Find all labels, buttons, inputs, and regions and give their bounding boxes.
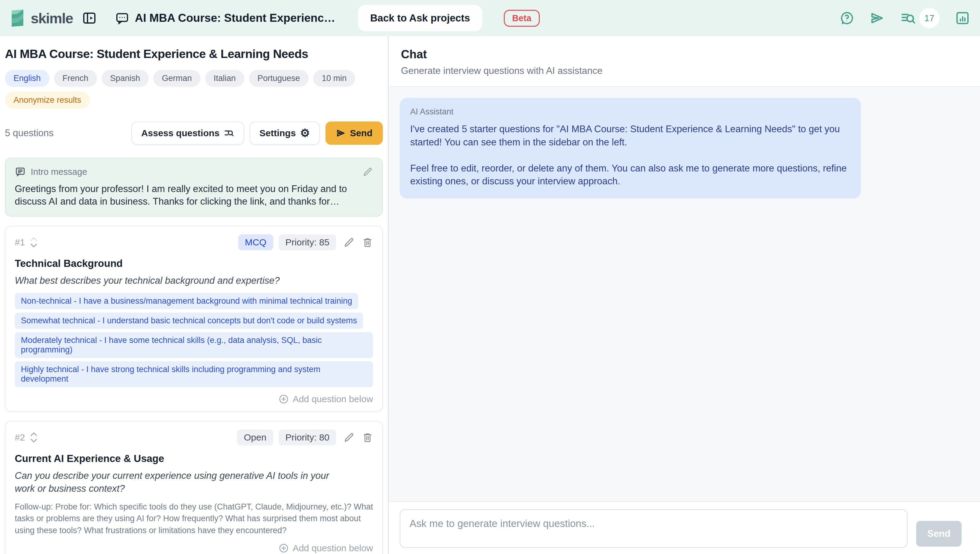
plus-circle-icon xyxy=(278,543,289,553)
add-question-below-button[interactable]: Add question below xyxy=(15,394,373,404)
actions-buttons: Assess questions Settings ⚙ xyxy=(131,121,383,145)
chip-spanish[interactable]: Spanish xyxy=(102,70,149,87)
send-survey-button[interactable]: Send xyxy=(326,121,383,145)
mcq-option: Highly technical - I have strong technic… xyxy=(15,361,373,387)
intro-label: Intro message xyxy=(31,167,87,177)
chat-bubble-icon xyxy=(115,11,129,25)
message-doc-icon xyxy=(15,166,26,177)
top-header: skimle AI MBA Course: Student Experienc… xyxy=(0,0,980,36)
chat-panel: Chat Generate interview questions with A… xyxy=(389,36,980,554)
page-title: AI MBA Course: Student Experience & Lear… xyxy=(5,47,383,61)
brand: skimle xyxy=(10,9,73,28)
edit-question-icon[interactable] xyxy=(343,237,354,248)
anonymize-chip: Anonymize results xyxy=(5,92,90,108)
question-text: Can you describe your current experience… xyxy=(15,469,346,496)
header-actions: 17 xyxy=(840,8,970,28)
mcq-option: Somewhat technical - I understand basic … xyxy=(15,313,363,329)
chip-portuguese[interactable]: Portuguese xyxy=(249,70,308,87)
ai-message-paragraph: I've created 5 starter questions for "AI… xyxy=(410,123,851,149)
mcq-option: Non-technical - I have a business/manage… xyxy=(15,293,358,309)
chat-title: Chat xyxy=(401,48,968,61)
add-question-label: Add question below xyxy=(292,543,373,553)
help-icon[interactable] xyxy=(840,11,854,25)
add-question-label: Add question below xyxy=(292,394,373,404)
beta-badge: Beta xyxy=(504,10,540,27)
skimle-logo-icon xyxy=(10,9,26,28)
chat-input-bar: Send xyxy=(389,501,980,554)
question-type-badge: Open xyxy=(237,430,273,446)
send-plane-small-icon xyxy=(336,128,346,138)
send-label: Send xyxy=(350,128,372,138)
back-to-projects-button[interactable]: Back to Ask projects xyxy=(358,5,482,31)
chip-italian[interactable]: Italian xyxy=(205,70,244,87)
results-chart-icon[interactable] xyxy=(955,10,970,26)
question-card-1: #1 MCQ Priority: 85 xyxy=(5,226,383,412)
chat-subtitle: Generate interview questions with AI ass… xyxy=(401,65,968,76)
question-card-2: #2 Open Priority: 80 xyxy=(5,421,383,554)
questions-panel: AI MBA Course: Student Experience & Lear… xyxy=(0,36,389,554)
question-title: Current AI Experience & Usage xyxy=(15,453,373,465)
assess-questions-button[interactable]: Assess questions xyxy=(131,121,244,145)
intro-message-card: Intro message Greetings from your profes… xyxy=(5,158,383,217)
chip-duration: 10 min xyxy=(313,70,355,87)
project-title: AI MBA Course: Student Experienc… xyxy=(135,12,335,24)
followup-text: Follow-up: Probe for: Which specific too… xyxy=(15,501,373,536)
edit-question-icon[interactable] xyxy=(343,432,354,443)
plus-circle-icon xyxy=(278,394,289,404)
main-area: AI MBA Course: Student Experience & Lear… xyxy=(0,36,980,554)
assess-search-icon xyxy=(224,128,234,138)
intro-edit-icon[interactable] xyxy=(362,167,373,177)
sidebar-toggle-icon[interactable] xyxy=(82,11,97,25)
question-1-badges: MCQ Priority: 85 xyxy=(238,234,373,250)
chat-messages-area: AI Assistant I've created 5 starter ques… xyxy=(389,86,980,501)
chip-french[interactable]: French xyxy=(54,70,97,87)
chat-input[interactable] xyxy=(400,509,908,548)
chat-send-button[interactable]: Send xyxy=(916,521,962,547)
search-list-icon[interactable] xyxy=(900,10,916,26)
move-down-icon[interactable] xyxy=(30,243,38,248)
chip-english[interactable]: English xyxy=(5,70,49,87)
mcq-option: Moderately technical - I have some techn… xyxy=(15,332,373,358)
move-up-icon[interactable] xyxy=(30,237,38,242)
move-down-icon[interactable] xyxy=(30,438,38,443)
question-number: #2 xyxy=(15,432,25,443)
move-up-icon[interactable] xyxy=(30,432,38,437)
question-2-toprow: #2 Open Priority: 80 xyxy=(15,430,373,446)
settings-button[interactable]: Settings ⚙ xyxy=(250,121,320,145)
reorder-controls xyxy=(30,432,38,443)
actions-row: 5 questions Assess questions xyxy=(5,121,383,145)
gear-icon: ⚙ xyxy=(300,127,310,138)
send-plane-icon[interactable] xyxy=(870,10,885,26)
reorder-controls xyxy=(30,237,38,248)
brand-name: skimle xyxy=(31,10,73,27)
delete-question-icon[interactable] xyxy=(362,432,373,443)
intro-text: Greetings from your professor! I am real… xyxy=(15,183,373,208)
chat-header: Chat Generate interview questions with A… xyxy=(389,36,980,86)
question-count-badge: 17 xyxy=(919,8,940,28)
mcq-options: Non-technical - I have a business/manage… xyxy=(15,293,373,387)
settings-label: Settings xyxy=(259,128,296,138)
anonymize-row: Anonymize results xyxy=(5,92,383,108)
delete-question-icon[interactable] xyxy=(362,237,373,248)
ai-assistant-label: AI Assistant xyxy=(410,107,851,116)
priority-badge: Priority: 80 xyxy=(279,430,336,446)
ai-assistant-message: AI Assistant I've created 5 starter ques… xyxy=(400,98,861,199)
app-root: skimle AI MBA Course: Student Experienc… xyxy=(0,0,980,554)
chip-german[interactable]: German xyxy=(153,70,201,87)
question-1-toprow: #1 MCQ Priority: 85 xyxy=(15,234,373,250)
ai-message-paragraph: Feel free to edit, reorder, or delete an… xyxy=(410,162,851,188)
priority-badge: Priority: 85 xyxy=(279,234,336,250)
assess-questions-label: Assess questions xyxy=(141,128,220,138)
search-questions-group: 17 xyxy=(900,8,940,28)
question-2-badges: Open Priority: 80 xyxy=(237,430,373,446)
language-chips-row: English French Spanish German Italian Po… xyxy=(5,70,383,87)
question-count-label: 5 questions xyxy=(5,127,54,138)
add-question-below-button[interactable]: Add question below xyxy=(15,543,373,553)
question-text: What best describes your technical backg… xyxy=(15,274,373,287)
question-type-badge: MCQ xyxy=(238,234,273,250)
question-title: Technical Background xyxy=(15,258,373,269)
project-header: AI MBA Course: Student Experienc… xyxy=(115,11,335,25)
question-number: #1 xyxy=(15,237,25,248)
intro-header: Intro message xyxy=(15,166,373,177)
